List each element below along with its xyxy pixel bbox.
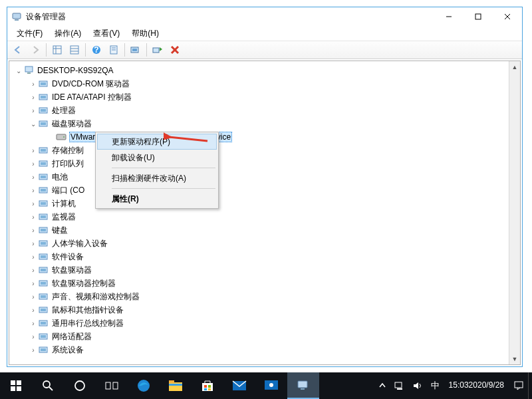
computer-icon (24, 65, 35, 76)
close-button[interactable] (493, 7, 522, 26)
svg-rect-68 (17, 380, 21, 385)
chevron-icon[interactable]: › (28, 160, 39, 168)
edge-icon[interactable] (128, 372, 160, 399)
view-grid-button[interactable] (49, 42, 65, 58)
settings-app-icon[interactable] (255, 372, 287, 399)
svg-rect-61 (41, 322, 46, 325)
ime-indicator[interactable]: 中 (427, 372, 444, 399)
menu-action[interactable]: 操作(A) (51, 27, 85, 41)
window-title: 设备管理器 (26, 11, 434, 23)
chevron-icon[interactable]: › (28, 307, 39, 314)
network-icon[interactable] (390, 372, 408, 399)
menu-file[interactable]: 文件(F) (13, 27, 47, 41)
forward-button[interactable] (27, 42, 43, 58)
uninstall-button[interactable] (167, 42, 183, 58)
start-button[interactable] (0, 372, 32, 399)
file-explorer-icon[interactable] (160, 372, 192, 399)
tree-category[interactable]: ›鼠标和其他指针设备 (11, 303, 520, 317)
chevron-icon[interactable]: › (28, 240, 39, 247)
tree-category[interactable]: ›存储控制 (11, 144, 520, 157)
scan-hardware-button[interactable] (128, 42, 144, 58)
chevron-icon[interactable]: › (28, 346, 39, 354)
tree-category[interactable]: ›IDE ATA/ATAPI 控制器 (11, 90, 520, 104)
device-tree[interactable]: ⌄DESKTOP-K9S92QA›DVD/CD-ROM 驱动器›IDE ATA/… (9, 61, 520, 364)
menu-help[interactable]: 帮助(H) (128, 27, 163, 41)
tree-category[interactable]: ›处理器 (11, 104, 520, 117)
tree-category[interactable]: ›网络适配器 (11, 330, 520, 343)
chevron-icon[interactable]: › (28, 200, 39, 207)
svg-rect-55 (41, 282, 46, 285)
tree-category[interactable]: ›系统设备 (11, 343, 520, 356)
tree-category[interactable]: ›打印队列 (11, 157, 520, 170)
category-icon (39, 251, 49, 262)
chevron-icon[interactable]: › (28, 107, 39, 114)
scroll-down-button[interactable]: ▼ (509, 353, 520, 364)
ctx-properties[interactable]: 属性(R) (97, 191, 217, 207)
tree-category[interactable]: ›键盘 (11, 223, 520, 237)
chevron-down-icon[interactable]: ⌄ (13, 67, 24, 74)
tree-device-selected[interactable]: VMware, VMware Virtual S SCSI Disk Devic… (11, 130, 520, 144)
tree-category-label: DVD/CD-ROM 驱动器 (52, 78, 130, 90)
search-button[interactable] (32, 372, 64, 399)
tree-category[interactable]: ›声音、视频和游戏控制器 (11, 290, 520, 303)
menu-view[interactable]: 查看(V) (89, 27, 124, 41)
tree-category[interactable]: ›软件设备 (11, 250, 520, 263)
chevron-icon[interactable]: › (28, 187, 39, 194)
back-button[interactable] (10, 42, 26, 58)
tree-category[interactable]: ›端口 (CO (11, 184, 520, 197)
svg-rect-19 (153, 48, 159, 53)
help-button[interactable]: ? (88, 42, 104, 58)
ctx-update-driver[interactable]: 更新驱动程序(P) (97, 134, 217, 150)
titlebar[interactable]: 设备管理器 (7, 7, 522, 26)
action-center-icon[interactable] (509, 372, 528, 399)
chevron-icon[interactable]: › (28, 94, 39, 101)
chevron-icon[interactable]: › (28, 227, 39, 234)
chevron-icon[interactable]: › (28, 213, 39, 221)
category-icon (39, 211, 49, 222)
tree-category[interactable]: ⌄磁盘驱动器 (11, 117, 520, 130)
details-button[interactable] (106, 42, 122, 58)
scrollbar[interactable]: ▲ ▼ (509, 61, 520, 364)
svg-rect-0 (13, 13, 21, 19)
svg-rect-3 (475, 14, 481, 19)
update-driver-button[interactable] (150, 42, 166, 58)
cortana-button[interactable] (64, 372, 96, 399)
tree-category[interactable]: ›计算机 (11, 197, 520, 210)
view-list-button[interactable] (66, 42, 82, 58)
scroll-up-button[interactable]: ▲ (509, 61, 520, 72)
store-icon[interactable] (192, 372, 223, 399)
chevron-icon[interactable]: › (28, 147, 39, 154)
chevron-icon[interactable]: › (28, 253, 39, 261)
minimize-button[interactable] (434, 7, 464, 26)
mail-icon[interactable] (223, 372, 255, 399)
tray-overflow-button[interactable] (375, 372, 390, 399)
chevron-icon[interactable]: › (28, 174, 39, 181)
chevron-icon[interactable]: › (28, 320, 39, 327)
chevron-icon[interactable]: ⌄ (28, 120, 39, 128)
tree-category[interactable]: ›人体学输入设备 (11, 237, 520, 250)
tree-category[interactable]: ›软盘驱动器控制器 (11, 277, 520, 290)
svg-rect-91 (397, 388, 402, 390)
tree-category[interactable]: ›通用串行总线控制器 (11, 317, 520, 330)
tree-category-label: 电池 (52, 172, 68, 183)
chevron-icon[interactable]: › (28, 267, 39, 274)
chevron-icon[interactable]: › (28, 80, 39, 88)
chevron-icon[interactable]: › (28, 280, 39, 287)
tree-category-label: 系统设备 (52, 344, 84, 356)
show-desktop-button[interactable] (528, 372, 532, 399)
chevron-icon[interactable]: › (28, 293, 39, 301)
maximize-button[interactable] (464, 7, 493, 26)
ctx-scan[interactable]: 扫描检测硬件改动(A) (97, 170, 217, 186)
svg-point-87 (269, 383, 273, 387)
tree-category[interactable]: ›监视器 (11, 210, 520, 223)
volume-icon[interactable] (408, 372, 427, 399)
tree-category[interactable]: ›DVD/CD-ROM 驱动器 (11, 77, 520, 90)
chevron-icon[interactable]: › (28, 333, 39, 340)
clock[interactable]: 15:03 2020/9/28 (444, 372, 509, 399)
tree-category[interactable]: ›电池 (11, 170, 520, 184)
task-view-button[interactable] (96, 372, 128, 399)
tree-root[interactable]: ⌄DESKTOP-K9S92QA (11, 64, 520, 77)
tree-category[interactable]: ›软盘驱动器 (11, 263, 520, 277)
ctx-uninstall[interactable]: 卸载设备(U) (97, 150, 217, 166)
device-manager-taskbar-icon[interactable] (287, 372, 319, 399)
